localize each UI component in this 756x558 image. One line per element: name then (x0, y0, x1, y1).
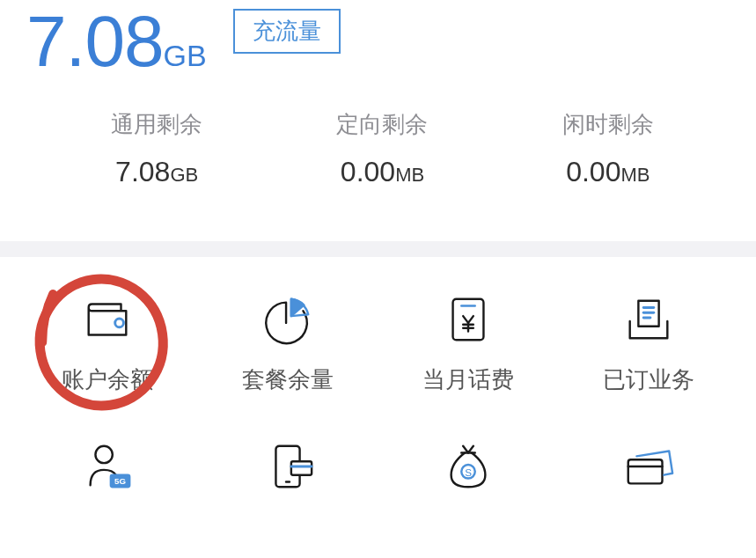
stat-directional-value: 0.00 (341, 156, 395, 187)
money-bag-icon: S (441, 439, 495, 494)
data-stats-row: 通用剩余 7.08GB 定向剩余 0.00MB 闲时剩余 0.00MB (26, 109, 738, 188)
menu-item-balance[interactable]: 账户余额 (18, 292, 198, 395)
stat-directional-unit: MB (395, 164, 424, 186)
wallet-icon (80, 292, 135, 347)
svg-text:S: S (465, 466, 472, 478)
menu-balance-label: 账户余额 (62, 364, 153, 395)
svg-rect-17 (628, 459, 662, 483)
menu-item-money-bag[interactable]: S (378, 439, 559, 494)
svg-point-1 (115, 319, 124, 327)
inbox-document-icon (621, 292, 676, 347)
menu-monthly-bill-label: 当月话费 (422, 364, 514, 395)
menu-subscribed-label: 已订业务 (603, 364, 694, 395)
menu-icon-grid: 账户余额 套餐余量 当月话费 已订业务 5 (0, 257, 756, 494)
total-data-display: 7.08GB 充流量 (26, 0, 738, 83)
stat-general-value: 7.08 (115, 156, 170, 187)
phone-card-icon (261, 439, 315, 494)
user-5g-icon: 5G (80, 439, 135, 494)
menu-item-5g-user[interactable]: 5G (18, 439, 198, 494)
svg-text:5G: 5G (114, 476, 126, 486)
stat-idle-remaining[interactable]: 闲时剩余 0.00MB (562, 109, 654, 188)
menu-item-cards[interactable] (558, 439, 738, 494)
pie-chart-icon (261, 292, 315, 347)
stat-idle-value: 0.00 (566, 156, 620, 187)
menu-item-phone-card[interactable] (198, 439, 378, 494)
credit-cards-icon (621, 439, 676, 494)
menu-item-package[interactable]: 套餐余量 (198, 292, 378, 395)
total-data-unit: GB (164, 39, 207, 72)
section-divider (0, 241, 756, 257)
menu-item-monthly-bill[interactable]: 当月话费 (378, 292, 559, 395)
bill-yen-icon (441, 292, 495, 347)
stat-idle-unit: MB (620, 164, 650, 186)
stat-idle-label: 闲时剩余 (562, 109, 654, 140)
total-data-value: 7.08 (26, 1, 164, 81)
stat-general-unit: GB (170, 164, 198, 186)
stat-general-remaining[interactable]: 通用剩余 7.08GB (111, 109, 202, 188)
recharge-data-button[interactable]: 充流量 (233, 9, 341, 54)
svg-rect-12 (291, 461, 312, 475)
stat-directional-label: 定向剩余 (336, 109, 428, 140)
svg-point-7 (96, 446, 113, 463)
stat-general-label: 通用剩余 (111, 109, 202, 140)
menu-package-label: 套餐余量 (242, 364, 334, 395)
stat-directional-remaining[interactable]: 定向剩余 0.00MB (336, 109, 428, 188)
menu-item-subscribed[interactable]: 已订业务 (558, 292, 738, 395)
